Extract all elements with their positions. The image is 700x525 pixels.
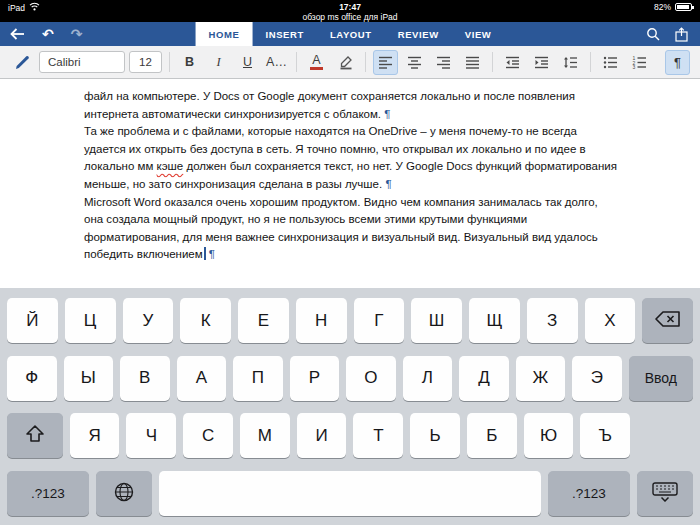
show-formatting-marks-button[interactable]: ¶ (665, 50, 690, 75)
key-Ш[interactable]: Ш (411, 298, 462, 343)
status-right: 82% (654, 2, 692, 12)
key-А[interactable]: А (177, 356, 227, 401)
text-run: Microsoft Word оказался очень хорошим пр… (84, 196, 598, 261)
key-У[interactable]: У (123, 298, 174, 343)
space-key[interactable] (159, 471, 541, 516)
key-О[interactable]: О (346, 356, 396, 401)
align-right-button[interactable] (431, 50, 456, 75)
tab-view[interactable]: VIEW (452, 22, 505, 46)
bullet-list-button[interactable] (598, 50, 623, 75)
indent-increase-button[interactable] (529, 50, 554, 75)
line-spacing-button[interactable] (558, 50, 583, 75)
clock: 17:47 (0, 2, 700, 12)
keyboard-row: ФЫВАПРОЛДЖЭВвод (7, 356, 693, 401)
key-Щ[interactable]: Щ (469, 298, 520, 343)
tab-insert[interactable]: INSERT (252, 22, 316, 46)
document-title: обзор ms office для iPad (0, 12, 700, 22)
toolbar-separator (492, 52, 493, 72)
key-Р[interactable]: Р (290, 356, 340, 401)
key-В[interactable]: В (120, 356, 170, 401)
key-Ф[interactable]: Ф (7, 356, 57, 401)
paragraph[interactable]: Та же проблема и с файлами, которые нахо… (84, 123, 620, 193)
italic-button[interactable]: I (206, 50, 231, 75)
word-ipad-app: iPad 17:47 обзор ms office для iPad 82% … (0, 0, 700, 525)
key-М[interactable]: М (240, 413, 290, 458)
key-Г[interactable]: Г (354, 298, 405, 343)
key-Н[interactable]: Н (296, 298, 347, 343)
battery-percent: 82% (654, 2, 671, 12)
key-Й[interactable]: Й (7, 298, 58, 343)
formatting-toolbar: Calibri 12 B I U A… A (0, 46, 700, 79)
document-canvas[interactable]: файл на компьютере. У Docs от Google док… (0, 79, 700, 288)
key-С[interactable]: С (183, 413, 233, 458)
ribbon-tabs: HOMEINSERTLAYOUTREVIEWVIEW (196, 22, 505, 46)
key-Э[interactable]: Э (572, 356, 622, 401)
shift-key[interactable] (7, 413, 63, 458)
font-size-select[interactable]: 12 (129, 51, 162, 73)
key-Ж[interactable]: Ж (516, 356, 566, 401)
key-Ю[interactable]: Ю (524, 413, 574, 458)
shift-icon (24, 423, 46, 448)
tab-layout[interactable]: LAYOUT (317, 22, 385, 46)
align-center-button[interactable] (402, 50, 427, 75)
tab-review[interactable]: REVIEW (385, 22, 452, 46)
key-Е[interactable]: Е (238, 298, 289, 343)
font-color-swatch (310, 67, 323, 70)
return-key[interactable]: Ввод (629, 356, 693, 401)
toolbar-separator (169, 52, 170, 72)
paragraph[interactable]: файл на компьютере. У Docs от Google док… (84, 88, 620, 123)
dismiss-keyboard-key[interactable] (637, 471, 693, 516)
align-left-button[interactable] (373, 50, 398, 75)
back-icon[interactable] (10, 28, 25, 40)
key-Д[interactable]: Д (459, 356, 509, 401)
toolbar-separator (296, 52, 297, 72)
key-Т[interactable]: Т (353, 413, 403, 458)
key-П[interactable]: П (233, 356, 283, 401)
battery-fill (677, 5, 689, 9)
keyboard-row: .?123.?123 (7, 471, 693, 516)
battery-icon (675, 3, 692, 11)
more-formatting-button[interactable]: A… (264, 50, 289, 75)
search-icon[interactable] (646, 27, 660, 41)
key-Б[interactable]: Б (467, 413, 517, 458)
key-Ц[interactable]: Ц (65, 298, 116, 343)
key-Ч[interactable]: Ч (126, 413, 176, 458)
undo-icon[interactable]: ↶ (42, 27, 54, 41)
key-И[interactable]: И (297, 413, 347, 458)
status-bar: iPad 17:47 обзор ms office для iPad 82% (0, 0, 700, 22)
key-Л[interactable]: Л (403, 356, 453, 401)
tab-home[interactable]: HOME (196, 22, 253, 46)
align-justify-button[interactable] (460, 50, 485, 75)
indent-decrease-button[interactable] (500, 50, 525, 75)
bold-button[interactable]: B (177, 50, 202, 75)
key-Х[interactable]: Х (585, 298, 636, 343)
underline-button[interactable]: U (235, 50, 260, 75)
pilcrow-mark: ¶ (206, 248, 215, 260)
key-Ы[interactable]: Ы (64, 356, 114, 401)
key-Ъ[interactable]: Ъ (580, 413, 630, 458)
paragraph[interactable]: Microsoft Word оказался очень хорошим пр… (84, 194, 620, 264)
keyboard-row: ЙЦУКЕНГШЩЗХ (7, 298, 693, 343)
key-З[interactable]: З (527, 298, 578, 343)
row-end-gap (637, 413, 693, 458)
key-Я[interactable]: Я (70, 413, 120, 458)
ribbon-bar: ↶ ↷ HOMEINSERTLAYOUTREVIEWVIEW (0, 22, 700, 46)
draw-pen-icon[interactable] (10, 50, 35, 75)
font-name-select[interactable]: Calibri (39, 51, 125, 73)
key-К[interactable]: К (180, 298, 231, 343)
key-Ь[interactable]: Ь (410, 413, 460, 458)
symbols-key-left[interactable]: .?123 (7, 471, 89, 516)
share-icon[interactable] (675, 27, 688, 42)
ribbon-left: ↶ ↷ (0, 22, 82, 46)
backspace-icon (655, 310, 681, 331)
font-size-value: 12 (139, 56, 152, 68)
highlight-button[interactable] (333, 50, 358, 75)
globe-icon (113, 481, 135, 506)
ribbon-right (646, 22, 700, 46)
globe-key[interactable] (96, 471, 152, 516)
redo-icon[interactable]: ↷ (71, 27, 83, 41)
font-color-button[interactable]: A (304, 50, 329, 75)
symbols-key-right[interactable]: .?123 (548, 471, 630, 516)
numbered-list-button[interactable]: 123 (627, 50, 652, 75)
backspace-key[interactable] (642, 298, 693, 343)
